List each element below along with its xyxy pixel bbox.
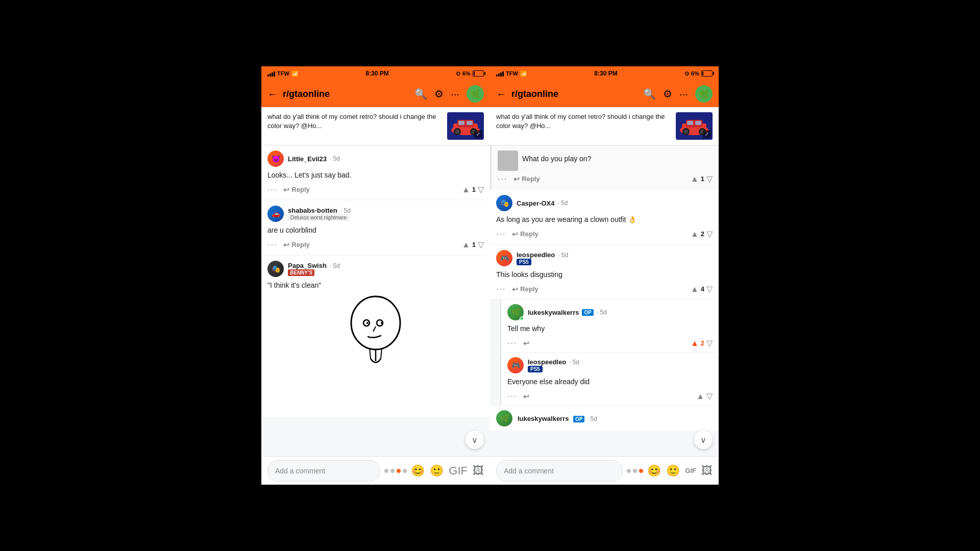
post-thumbnail-right[interactable]: ⤢ (676, 112, 713, 140)
svg-line-15 (373, 327, 376, 332)
filter-icon-right[interactable]: ⚙ (663, 88, 672, 100)
flair-row-leo: PS5 (517, 259, 568, 265)
meme-image (267, 295, 484, 409)
username-casper[interactable]: Casper-OX4 (517, 199, 554, 207)
svg-point-14 (381, 322, 383, 324)
post-preview-left[interactable]: what do y'all think of my comet retro? s… (261, 107, 490, 145)
emoji-icon-left[interactable]: 😊 (411, 464, 425, 478)
username-luke[interactable]: lukeskywalkerrs (528, 309, 579, 316)
back-button-left[interactable]: ← (267, 88, 278, 100)
avatar-img-1: 😈 (267, 151, 284, 167)
reply-casper[interactable]: ↩ Reply (512, 230, 538, 238)
svg-rect-5 (467, 121, 473, 125)
downvote-leo[interactable]: ▽ (706, 284, 713, 294)
comment-header-luke: 🌿 lukeskywalkerrs OP · 5d (507, 304, 713, 320)
rdot-3 (639, 469, 643, 473)
avatar-img-leo2: 🎮 (507, 357, 524, 373)
reply-leo[interactable]: ↩ Reply (512, 285, 538, 293)
avatar-right[interactable]: 🌿 (695, 85, 713, 103)
comment-input-right[interactable]: Add a comment (496, 460, 623, 482)
upvote-leo2[interactable]: ▲ (696, 392, 704, 401)
comment-actions-2: ··· ↩ Reply ▲ 1 ▽ (267, 240, 484, 249)
more-button-1[interactable]: ··· (267, 185, 277, 194)
username-1[interactable]: Little_Evil23 (288, 155, 327, 163)
more-button-2[interactable]: ··· (267, 240, 277, 249)
scroll-down-right[interactable]: ∨ (694, 431, 713, 449)
back-button-right[interactable]: ← (496, 88, 506, 100)
location-icon: ⊙ (456, 70, 460, 77)
downvote-2[interactable]: ▽ (478, 240, 484, 249)
reply-button-2[interactable]: ↩ Reply (283, 241, 309, 249)
time-casper: · 5d (557, 199, 568, 207)
upvote-1[interactable]: ▲ (462, 185, 470, 194)
face-icon-left[interactable]: 🙂 (430, 464, 444, 478)
downvote-casper[interactable]: ▽ (706, 229, 713, 239)
reply-label-2: Reply (291, 241, 309, 248)
downvote-luke[interactable]: ▽ (706, 338, 713, 348)
time-leo: · 5d (558, 252, 568, 259)
vote-count-1: 1 (472, 186, 476, 193)
gif-icon-left[interactable]: GIF (449, 464, 468, 478)
gif-icon-right[interactable]: GIF (685, 467, 696, 474)
wifi-icon: 📶 (291, 70, 299, 77)
avatar-leo2: 🎮 (507, 357, 524, 373)
comment-header-3: 🎭 Papa_Swish · 5d BENNY'S (267, 261, 484, 277)
partial-downvote[interactable]: ▽ (706, 174, 713, 184)
more-casper[interactable]: ··· (496, 230, 506, 239)
image-icon-right[interactable]: 🖼 (701, 464, 713, 478)
flair-2: Deluxos worst nightmare (288, 214, 349, 221)
more-icon-right[interactable]: ··· (679, 88, 688, 100)
meta-casper: Casper-OX4 · 5d (517, 199, 568, 207)
search-icon-left[interactable]: 🔍 (414, 88, 427, 100)
signal-bar-1 (267, 74, 269, 77)
avatar-bottom: 🌿 (496, 410, 512, 427)
face-icon-right[interactable]: 🙂 (666, 464, 680, 478)
comment-header-2: 🚗 shababs-botten · 5d Deluxos worst nigh… (267, 206, 484, 222)
time-1: · 5d (330, 155, 340, 162)
emoji-icon-right[interactable]: 😊 (647, 464, 661, 478)
partial-reply[interactable]: ↩ Reply (513, 175, 540, 183)
more-icon-left[interactable]: ··· (451, 88, 459, 100)
search-icon-right[interactable]: 🔍 (643, 88, 656, 100)
partial-upvote[interactable]: ▲ (691, 174, 699, 184)
post-thumbnail-left[interactable]: ⤢ (447, 112, 484, 140)
comment-input-left[interactable]: Add a comment (267, 460, 380, 482)
scroll-down-left[interactable]: ∨ (465, 431, 484, 449)
more-leo2[interactable]: ··· (507, 392, 517, 401)
right-phone-screen: TFW 📶 8:30 PM ⊙ 6% ← r/gtaonline 🔍 ⚙ ···… (490, 66, 719, 485)
upvote-2[interactable]: ▲ (462, 240, 470, 249)
reply-leo2[interactable]: ↩ (523, 392, 529, 400)
filter-icon-left[interactable]: ⚙ (434, 88, 444, 100)
username-leo2[interactable]: leospeedleo (528, 358, 566, 366)
vote-leo2: ▲ ▽ (696, 391, 713, 401)
battery-pct-left: 6% (462, 70, 471, 77)
left-comments-section[interactable]: 😈 Little_Evil23 · 5d Looks... Let's just… (261, 145, 490, 456)
partial-more[interactable]: ··· (498, 174, 507, 184)
flair-row-2: Deluxos worst nightmare (288, 214, 351, 221)
more-leo[interactable]: ··· (496, 285, 506, 294)
upvote-luke[interactable]: ▲ (691, 339, 699, 348)
signal-bar-r4 (502, 71, 504, 77)
reply-button-1[interactable]: ↩ Reply (283, 186, 309, 194)
upvote-leo[interactable]: ▲ (691, 285, 699, 294)
username-leo[interactable]: leospeedleo (517, 251, 555, 259)
expand-icon-left[interactable]: ⤢ (474, 130, 482, 138)
downvote-1[interactable]: ▽ (478, 185, 484, 194)
right-comments-section[interactable]: What do you play on? ··· ↩ Reply ▲ 1 ▽ (490, 145, 719, 456)
username-2[interactable]: shababs-botten (288, 207, 337, 214)
downvote-leo2[interactable]: ▽ (706, 391, 713, 401)
wifi-icon-right: 📶 (520, 70, 527, 77)
bottom-username[interactable]: lukeskywalkerrs (518, 415, 569, 422)
reply-luke[interactable]: ↩ (523, 339, 529, 347)
more-luke[interactable]: ··· (507, 339, 517, 348)
upvote-casper[interactable]: ▲ (691, 230, 699, 239)
username-3[interactable]: Papa_Swish (288, 262, 327, 269)
signal-bar-3 (272, 72, 273, 77)
avatar-img-3: 🎭 (267, 261, 284, 277)
battery-pct-right: 6% (691, 70, 699, 77)
expand-icon-right[interactable]: ⤢ (703, 130, 711, 138)
avatar-left[interactable]: 🌿 (467, 85, 484, 103)
post-preview-right[interactable]: what do y'all think of my comet retro? s… (490, 107, 719, 145)
comment-text-1: Looks... Let's just say bad. (267, 170, 484, 181)
image-icon-left[interactable]: 🖼 (473, 464, 484, 478)
